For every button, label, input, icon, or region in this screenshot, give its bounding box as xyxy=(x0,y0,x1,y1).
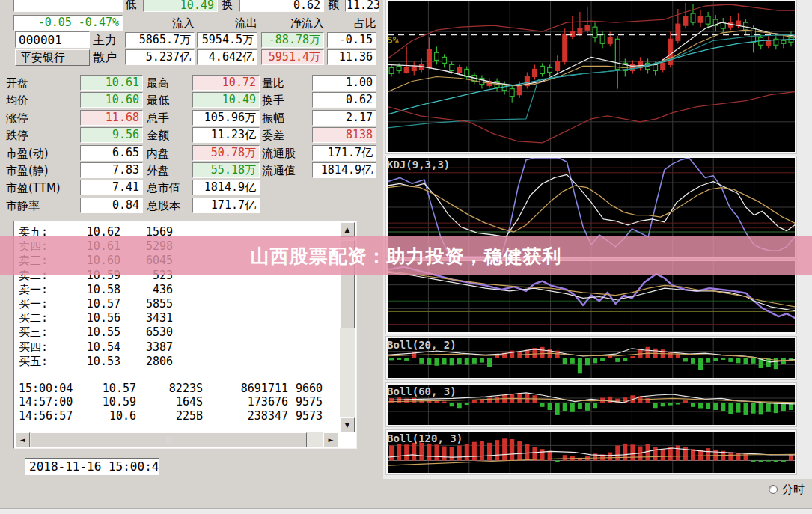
stock-app-window: { "left": { "top_row": { "label_low": "低… xyxy=(0,0,812,514)
scroll-up-button[interactable]: ▲ xyxy=(340,222,355,237)
stock-name: 平安银行 xyxy=(15,49,90,66)
info-label: 市盈(静) xyxy=(6,163,49,178)
info-value: 0.62 xyxy=(312,92,376,108)
turnover-value: 0.62 xyxy=(239,0,324,12)
transaction-row[interactable]: 15:00:0410.578223S86917119660 xyxy=(14,382,336,396)
info-label: 最高 xyxy=(147,76,169,91)
change-box: -0.05 -0.47% xyxy=(13,15,123,31)
radio-icon[interactable] xyxy=(769,485,778,494)
order-book-row[interactable]: 买二:10.563431 xyxy=(14,311,336,325)
flow-cell: 4.642亿 xyxy=(197,49,257,65)
info-value: 1.00 xyxy=(312,75,376,91)
info-value: 11.68 xyxy=(80,110,143,126)
flow-cell: -0.15 xyxy=(327,32,376,48)
scroll-right-button[interactable]: ► xyxy=(323,432,338,447)
info-label: 流通股 xyxy=(262,146,296,161)
info-label: 涨停 xyxy=(6,111,28,126)
change-value: -0.05 xyxy=(38,16,72,29)
info-value: 10.49 xyxy=(192,92,260,108)
order-book-row[interactable]: 买五:10.532806 xyxy=(14,355,336,369)
datetime-box: 2018-11-16 15:00:4 xyxy=(25,458,159,475)
panel-kline[interactable] xyxy=(386,0,796,153)
info-value: 10.60 xyxy=(80,92,143,108)
info-label: 委差 xyxy=(262,128,284,143)
flow-cell: 5951.4万 xyxy=(261,49,324,65)
h-scroll-thumb[interactable] xyxy=(31,432,307,447)
panel-boll120[interactable] xyxy=(386,430,796,474)
order-book-row[interactable]: 买四:10.543387 xyxy=(14,340,336,355)
ad-banner-text: 山西股票配资：助力投资，稳健获利 xyxy=(251,244,562,269)
info-label: 最低 xyxy=(147,93,169,108)
panel-boll60[interactable] xyxy=(386,383,796,426)
transaction-row[interactable]: 14:57:0010.59164S1736769575 xyxy=(14,395,336,409)
info-value: 1814.9亿 xyxy=(312,162,376,178)
flow-header-ratio: 占比 xyxy=(327,16,376,31)
info-value: 1814.9亿 xyxy=(192,180,260,195)
info-label: 总股本 xyxy=(147,198,180,213)
info-value: 11.23亿 xyxy=(192,127,260,143)
flow-row-label: 散户 xyxy=(93,50,117,65)
flow-header-net: 净流入 xyxy=(261,16,324,31)
order-book-row[interactable]: 买一:10.575855 xyxy=(14,297,336,311)
flow-cell: 5865.7万 xyxy=(125,32,195,48)
info-label: 市静率 xyxy=(6,198,40,213)
info-label: 总手 xyxy=(147,111,169,126)
info-label: 金额 xyxy=(147,128,169,143)
info-label: 市盈(TTM) xyxy=(6,180,61,195)
stock-code-input[interactable] xyxy=(15,31,90,48)
info-value: 10.61 xyxy=(80,75,143,91)
info-label: 换手 xyxy=(262,93,284,108)
thumb-grip xyxy=(166,436,171,444)
info-value: 2.17 xyxy=(312,110,376,126)
panel-boll20[interactable] xyxy=(386,337,796,379)
info-value: 7.41 xyxy=(80,180,143,195)
period-selector: 分时日60分30分15分5分 xyxy=(766,482,812,498)
amount-value: 11.23亿 xyxy=(345,0,379,12)
info-value: 10.72 xyxy=(192,75,260,91)
scroll-left-button[interactable]: ◄ xyxy=(15,432,30,447)
low-label: 低 xyxy=(125,0,136,12)
info-value: 171.7亿 xyxy=(312,145,376,161)
flow-row-label: 主力 xyxy=(93,33,117,48)
change-pct: -0.47% xyxy=(79,16,119,29)
flow-cell: 5954.5万 xyxy=(197,32,257,48)
scroll-down-button[interactable]: ▼ xyxy=(340,417,355,432)
info-label: 均价 xyxy=(6,93,28,108)
info-label: 市盈(动) xyxy=(6,146,49,161)
info-value: 8138 xyxy=(312,127,376,143)
info-value: 105.96万 xyxy=(192,110,260,126)
info-label: 内盘 xyxy=(147,146,169,161)
info-value: 55.18万 xyxy=(192,162,260,178)
info-value: 7.83 xyxy=(80,162,143,178)
order-book-row[interactable]: 买三:10.556530 xyxy=(14,325,336,340)
turnover-label: 换 xyxy=(222,0,233,12)
info-label: 跌停 xyxy=(6,128,28,143)
info-label: 振幅 xyxy=(262,111,284,126)
info-label: 外盘 xyxy=(147,163,169,178)
info-label: 流通值 xyxy=(262,163,296,178)
period-label: 分时 xyxy=(782,484,805,495)
bottom-strip xyxy=(0,508,812,514)
period-radio-分时[interactable]: 分时 xyxy=(769,482,805,497)
info-label: 总市值 xyxy=(147,180,180,195)
info-label: 开盘 xyxy=(6,76,28,91)
info-grid: 开盘10.61最高10.72量比1.00均价10.60最低10.49换手0.62… xyxy=(0,75,383,217)
price-box-cut xyxy=(13,0,123,12)
info-value: 171.7亿 xyxy=(192,198,260,213)
ad-banner: 山西股票配资：助力投资，稳健获利 xyxy=(0,236,812,275)
info-value: 6.65 xyxy=(80,145,143,161)
flow-cell: 5.237亿 xyxy=(125,49,195,65)
info-value: 0.84 xyxy=(80,198,143,213)
flow-cell: -88.78万 xyxy=(261,32,324,48)
transaction-row[interactable]: 14:56:5710.6225B2383479573 xyxy=(14,409,336,423)
info-label: 量比 xyxy=(262,76,284,91)
flow-header-out: 流出 xyxy=(197,16,257,31)
flow-header-in: 流入 xyxy=(125,16,195,31)
flow-cell: 11.36 xyxy=(327,49,376,65)
info-value: 9.56 xyxy=(80,127,143,143)
order-book-row[interactable]: 卖一:10.58436 xyxy=(14,283,336,297)
info-value: 50.78万 xyxy=(192,145,260,161)
h-scrollbar[interactable]: ◄ ► xyxy=(15,432,338,447)
low-value: 10.49 xyxy=(143,0,218,12)
amount-label: 额 xyxy=(328,0,339,12)
